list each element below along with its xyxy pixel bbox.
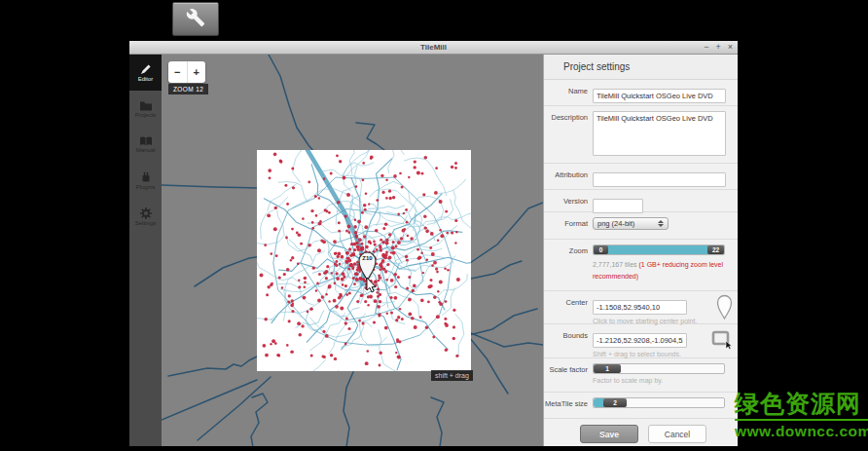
sidebar-item-label: Manual [136, 147, 156, 153]
scale-factor-help: Factor to scale map by. [593, 377, 726, 384]
sidebar-item-manual[interactable]: Manual [129, 127, 162, 163]
book-icon [139, 136, 153, 146]
description-textarea[interactable]: TileMill Quickstart OSGeo Live DVD [593, 111, 726, 156]
window-title: TileMill [420, 43, 447, 52]
center-help: Click to move starting center point. [593, 318, 726, 324]
scale-factor-row: Scale factor 1 Factor to scale map by. [544, 358, 738, 393]
description-row: Description TileMill Quickstart OSGeo Li… [544, 106, 738, 164]
map-canvas[interactable]: − + ZOOM 12 Z10 shift + drag [162, 55, 543, 446]
zoom-level-badge: ZOOM 12 [168, 84, 208, 94]
marker-label: Z10 [358, 255, 377, 261]
description-label: Description [544, 111, 593, 163]
metatile-slider[interactable]: 2 [593, 397, 725, 408]
attribution-label: Attribution [544, 169, 593, 189]
watermark-site-name: 绿色资源网 [735, 392, 868, 421]
name-input[interactable] [593, 89, 726, 103]
center-input[interactable] [593, 300, 687, 315]
sidebar-item-editor[interactable]: Editor [129, 55, 162, 91]
format-select[interactable]: png (24-bit) [593, 217, 669, 230]
wrench-icon [186, 8, 205, 31]
window-titlebar[interactable]: TileMill − + × [129, 41, 738, 55]
sidebar-item-settings[interactable]: Settings [129, 199, 162, 235]
version-row: Version [544, 190, 738, 212]
bounds-help: Shift + drag to select bounds. [593, 351, 726, 357]
sidebar: Editor Projects Manual Plugins [129, 55, 162, 446]
center-row: Center Click to move starting center poi… [544, 291, 738, 324]
version-label: Version [544, 195, 593, 211]
format-row: Format png (24-bit) [544, 212, 738, 240]
format-label: Format [544, 217, 593, 239]
version-input[interactable] [593, 199, 643, 213]
sidebar-item-projects[interactable]: Projects [129, 91, 162, 127]
zoom-row: Zoom 0 22 2,777,167 tiles (1 GB+ reducin… [544, 240, 738, 291]
name-label: Name [544, 85, 593, 105]
map-zoom-control: − + [168, 61, 205, 83]
zoom-tiles-note: 2,777,167 tiles (1 GB+ reducing zoom lev… [593, 259, 729, 283]
spinner-icon [658, 220, 664, 227]
scale-factor-handle[interactable]: 1 [594, 364, 621, 373]
maximize-icon[interactable]: + [715, 41, 720, 54]
pencil-icon [140, 63, 152, 75]
sidebar-item-label: Projects [135, 112, 157, 118]
minimize-icon[interactable]: − [704, 41, 708, 54]
plug-icon [140, 171, 152, 183]
gear-icon [140, 207, 152, 219]
bounds-rect-icon[interactable] [711, 330, 733, 354]
center-label: Center [544, 296, 593, 323]
sidebar-item-label: Settings [135, 220, 157, 226]
scale-factor-label: Scale factor [544, 363, 593, 392]
folder-icon [139, 100, 153, 111]
zoom-label: Zoom [544, 244, 593, 290]
zoom-max-handle[interactable]: 22 [707, 245, 724, 254]
taskbar-tool-button[interactable] [172, 2, 219, 36]
sidebar-item-plugins[interactable]: Plugins [129, 163, 162, 199]
zoom-min-handle[interactable]: 0 [594, 245, 608, 254]
sidebar-item-label: Editor [138, 76, 154, 82]
attribution-input[interactable] [593, 172, 726, 187]
watermark: 绿色资源网 www.downcc.com [735, 392, 868, 439]
name-row: Name [544, 80, 738, 106]
save-button[interactable]: Save [580, 425, 638, 443]
tilemill-window: TileMill − + × Editor Projects [129, 41, 738, 446]
attribution-row: Attribution [544, 164, 738, 190]
zoom-in-button[interactable]: + [187, 61, 206, 83]
map-render [162, 55, 543, 446]
zoom-range-slider[interactable]: 0 22 [593, 244, 725, 255]
metatile-label: MetaTile size [544, 397, 593, 418]
scale-factor-slider[interactable]: 1 [593, 363, 725, 374]
sidebar-item-label: Plugins [136, 184, 156, 190]
panel-title: Project settings [544, 55, 738, 80]
zoom-out-button[interactable]: − [168, 61, 187, 83]
watermark-url: www.downcc.com [735, 421, 868, 439]
mouse-cursor-icon [366, 278, 378, 298]
metatile-row: MetaTile size 2 [544, 393, 738, 419]
map-pin-icon[interactable] [716, 294, 733, 323]
close-icon[interactable]: × [728, 41, 733, 54]
bounds-input[interactable] [593, 333, 687, 348]
cancel-button[interactable]: Cancel [648, 425, 706, 443]
project-settings-panel: Project settings Name Description TileMi… [543, 55, 738, 446]
bounds-label: Bounds [544, 329, 593, 357]
drag-hint-tooltip: shift + drag [431, 370, 473, 381]
panel-footer: Save Cancel [544, 419, 738, 446]
format-value: png (24-bit) [597, 219, 634, 228]
bounds-row: Bounds Shift + drag to select bounds. [544, 324, 738, 358]
metatile-handle[interactable]: 2 [603, 398, 627, 407]
